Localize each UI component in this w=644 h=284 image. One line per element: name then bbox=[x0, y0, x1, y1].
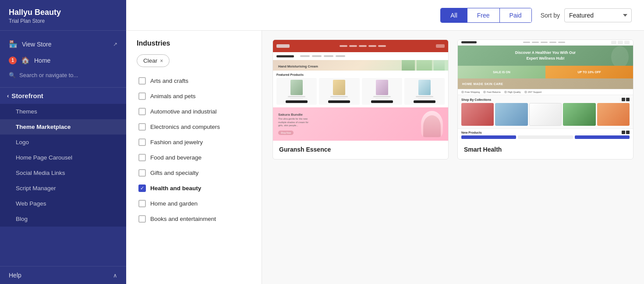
sidebar-section-storefront: ‹ Storefront Themes Theme Marketplace Lo… bbox=[0, 88, 126, 266]
sidebar: Hallyu Beauty Trial Plan Store 🏪 View St… bbox=[0, 0, 126, 284]
store-icon: 🏪 bbox=[9, 40, 18, 48]
filter-button-group: All Free Paid bbox=[440, 8, 531, 23]
industry-home-garden[interactable]: Home and garden bbox=[137, 197, 251, 210]
main-header: All Free Paid Sort by Featured Newest Pr… bbox=[126, 0, 644, 31]
home-notification-badge: 1 bbox=[9, 57, 17, 64]
industry-animals-pets[interactable]: Animals and pets bbox=[137, 89, 251, 103]
theme-preview-smart: Discover A Healthier You With OurExpert … bbox=[458, 40, 633, 141]
checkbox-automotive[interactable] bbox=[138, 108, 146, 115]
checkbox-arts-crafts[interactable] bbox=[138, 77, 146, 85]
storefront-section-header[interactable]: ‹ Storefront bbox=[0, 88, 126, 104]
smart-collections: Shop By Collections bbox=[458, 95, 633, 128]
home-label: Home bbox=[34, 57, 50, 64]
sidebar-item-logo[interactable]: Logo bbox=[0, 135, 126, 150]
industry-books[interactable]: Books and entertainment bbox=[137, 212, 251, 226]
industry-health-beauty[interactable]: ✓ Health and beauty bbox=[137, 181, 251, 195]
checkbox-animals-pets[interactable] bbox=[138, 92, 146, 100]
filter-panel: Industries Clear × Arts and crafts Anima… bbox=[126, 31, 262, 284]
sidebar-item-blog[interactable]: Blog bbox=[0, 211, 126, 227]
checkbox-health-beauty[interactable]: ✓ bbox=[138, 185, 146, 192]
checkbox-home-garden[interactable] bbox=[138, 200, 146, 207]
checkbox-fashion[interactable] bbox=[138, 138, 146, 146]
sidebar-sub-items: Themes Theme Marketplace Logo Home Page … bbox=[0, 104, 126, 227]
industry-electronics[interactable]: Electronics and computers bbox=[137, 120, 251, 134]
chevron-up-icon: ∧ bbox=[113, 272, 117, 279]
sidebar-nav-top: 🏪 View Store ↗ 1 🏠 Home 🔍 Search or navi… bbox=[0, 31, 126, 88]
sort-by-label: Sort by bbox=[541, 12, 560, 19]
content-body: Industries Clear × Arts and crafts Anima… bbox=[126, 31, 644, 284]
chevron-left-icon: ‹ bbox=[7, 92, 9, 99]
smart-new-products: New Products bbox=[458, 128, 633, 141]
smart-nav bbox=[458, 40, 633, 46]
guransh-banner: Hand Moisturising Cream The ultra gentle… bbox=[273, 60, 448, 71]
clear-x-icon: × bbox=[160, 58, 163, 64]
sidebar-item-theme-marketplace[interactable]: Theme Marketplace bbox=[0, 119, 126, 135]
industry-checkbox-list: Arts and crafts Animals and pets Automot… bbox=[137, 74, 251, 226]
smart-promo-row: SALE IS ON UP TO 10% OFF bbox=[458, 66, 633, 79]
industries-title: Industries bbox=[137, 39, 251, 47]
checkbox-electronics[interactable] bbox=[138, 123, 146, 131]
checkbox-gifts[interactable] bbox=[138, 169, 146, 177]
sidebar-search[interactable]: 🔍 Search or navigate to... bbox=[0, 68, 126, 82]
smart-features: Free Shipping Fast Returns High Quality bbox=[458, 89, 633, 95]
search-icon: 🔍 bbox=[9, 72, 16, 78]
guransh-nav bbox=[273, 52, 448, 60]
theme-card-smart-health[interactable]: Discover A Healthier You With OurExpert … bbox=[457, 39, 633, 160]
guransh-featured: Featured Products bbox=[273, 71, 448, 107]
themes-grid: Hand Moisturising Cream The ultra gentle… bbox=[262, 31, 644, 284]
clear-label: Clear bbox=[143, 57, 157, 64]
view-store-label: View Store bbox=[22, 41, 51, 48]
sidebar-item-social-media-links[interactable]: Social Media Links bbox=[0, 165, 126, 181]
industry-automotive[interactable]: Automotive and industrial bbox=[137, 105, 251, 118]
store-name: Hallyu Beauty bbox=[9, 8, 117, 17]
guransh-sakura: Sakura Bundle The ultra gentle for the n… bbox=[273, 107, 448, 141]
filter-paid-button[interactable]: Paid bbox=[500, 8, 531, 22]
industry-arts-crafts[interactable]: Arts and crafts bbox=[137, 74, 251, 88]
help-label: Help bbox=[9, 272, 21, 279]
theme-name-smart: Smart Health bbox=[458, 141, 633, 159]
smart-skin-banner: HOME MADE SKIN CARE bbox=[458, 78, 633, 89]
main-content: All Free Paid Sort by Featured Newest Pr… bbox=[126, 0, 644, 284]
industry-food[interactable]: Food and beverage bbox=[137, 151, 251, 164]
checkbox-food[interactable] bbox=[138, 154, 146, 161]
filter-free-button[interactable]: Free bbox=[467, 8, 500, 22]
sidebar-item-home[interactable]: 1 🏠 Home bbox=[0, 52, 126, 68]
sidebar-item-themes[interactable]: Themes bbox=[0, 104, 126, 119]
sidebar-item-web-pages[interactable]: Web Pages bbox=[0, 196, 126, 211]
search-placeholder: Search or navigate to... bbox=[19, 72, 78, 78]
home-icon: 🏠 bbox=[21, 56, 30, 64]
sidebar-item-view-store[interactable]: 🏪 View Store ↗ bbox=[0, 36, 126, 52]
theme-name-guransh: Guransh Essence bbox=[273, 141, 448, 159]
sidebar-item-script-manager[interactable]: Script Manager bbox=[0, 181, 126, 196]
theme-card-guransh[interactable]: Hand Moisturising Cream The ultra gentle… bbox=[272, 39, 449, 160]
industry-gifts[interactable]: Gifts and specialty bbox=[137, 166, 251, 180]
clear-filter-button[interactable]: Clear × bbox=[137, 54, 170, 67]
external-link-icon: ↗ bbox=[113, 41, 117, 47]
storefront-label: Storefront bbox=[11, 92, 43, 99]
industry-fashion[interactable]: Fashion and jewelry bbox=[137, 135, 251, 149]
sidebar-header: Hallyu Beauty Trial Plan Store bbox=[0, 0, 126, 31]
smart-banner: Discover A Healthier You With OurExpert … bbox=[458, 46, 633, 66]
checkbox-books[interactable] bbox=[138, 215, 146, 223]
sort-select[interactable]: Featured Newest Price: Low to High Price… bbox=[564, 8, 632, 22]
store-plan: Trial Plan Store bbox=[9, 18, 117, 24]
filter-all-button[interactable]: All bbox=[441, 8, 467, 22]
guransh-top-bar bbox=[273, 40, 448, 52]
sidebar-footer[interactable]: Help ∧ bbox=[0, 266, 126, 284]
theme-preview-guransh: Hand Moisturising Cream The ultra gentle… bbox=[273, 40, 448, 141]
sidebar-item-home-page-carousel[interactable]: Home Page Carousel bbox=[0, 150, 126, 165]
